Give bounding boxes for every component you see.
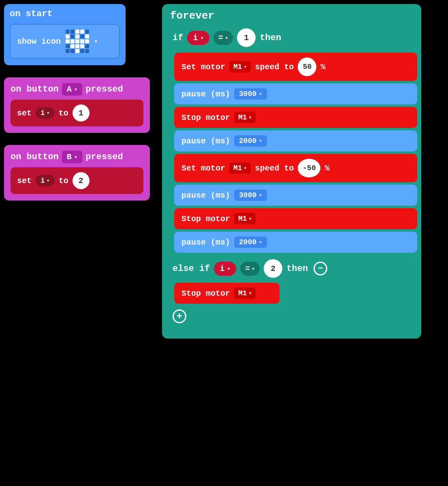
pause-3000-1-arrow: ▾: [259, 91, 262, 97]
set-a-label: set: [17, 109, 32, 118]
then-label: then: [260, 33, 281, 43]
stop-motor-1-block: Stop motor M1 ▾: [174, 107, 417, 128]
pause-2000-1-arrow: ▾: [259, 138, 262, 144]
var-i-b-arrow: ▾: [47, 177, 50, 184]
speed-50-circle: 50: [298, 58, 316, 76]
on-button-b-container: on button B ▾ pressed set i ▾ to 2: [4, 145, 150, 200]
var-i-a-pill[interactable]: i ▾: [36, 107, 55, 119]
motor-m1-2-pill[interactable]: M1 ▾: [229, 162, 251, 174]
stop-motor-2-label: Stop motor: [181, 214, 230, 224]
stop-motor-1-label: Stop motor: [181, 113, 230, 122]
on-start-label: on start: [10, 9, 120, 19]
speed-neg50-circle: -50: [298, 159, 320, 177]
pause-2-label: pause (ms): [181, 136, 230, 146]
else-then-label: then: [286, 264, 308, 274]
value-1-circle: 1: [73, 104, 90, 122]
var-i-b-pill[interactable]: i ▾: [36, 175, 55, 186]
pause-4-block: pause (ms) 2000 ▾: [174, 232, 417, 253]
set-motor-2-block: Set motor M1 ▾ speed to -50 %: [174, 154, 417, 182]
stop-m1-3: M1: [238, 289, 247, 297]
pause-2000-2-arrow: ▾: [259, 239, 262, 245]
stop-motor-2-block: Stop motor M1 ▾: [174, 208, 417, 229]
on-start-container: on start show icon: [4, 4, 126, 65]
equals-sign: =: [218, 33, 223, 43]
button-b-arrow: ▾: [74, 153, 77, 160]
else-if-var-pill[interactable]: i ▾: [214, 262, 236, 276]
show-icon-label: show icon: [17, 37, 61, 46]
pause-3-label: pause (ms): [181, 191, 230, 200]
motor-m1-1-arrow: ▾: [244, 64, 247, 70]
pause-2000-1-pill[interactable]: 2000 ▾: [234, 135, 267, 147]
set-motor-2-label: Set motor: [181, 164, 225, 173]
set-motor-1-block: Set motor M1 ▾ speed to 50 %: [174, 53, 417, 81]
pause-2000-2-pill[interactable]: 2000 ▾: [234, 237, 267, 248]
var-i-a: i: [41, 109, 45, 117]
else-if-label: else if: [173, 264, 210, 274]
set-b-label: set: [17, 176, 32, 185]
motor-m1-1-pill[interactable]: M1 ▾: [229, 61, 251, 72]
stop-m1-3-arrow: ▾: [249, 290, 252, 296]
percent-2: %: [324, 164, 329, 173]
if-var: i: [193, 33, 198, 43]
to-b-label: to: [59, 176, 68, 185]
forever-container: forever if i ▾ = ▾ 1: [162, 4, 421, 339]
else-if-var: i: [220, 264, 224, 273]
icon-dropdown-arrow[interactable]: ▾: [94, 37, 98, 45]
pause-3000-2-arrow: ▾: [259, 192, 262, 198]
button-b-pill[interactable]: B ▾: [62, 151, 82, 163]
button-a-value: A: [67, 85, 72, 94]
pause-4-label: pause (ms): [181, 238, 230, 247]
pause-1-block: pause (ms) 3000 ▾: [174, 83, 417, 104]
stop-m1-3-pill[interactable]: M1 ▾: [234, 288, 256, 299]
set-i-to-2-block: set i ▾ to 2: [11, 167, 143, 194]
value-2-circle: 2: [73, 172, 90, 189]
pause-3000-2-val: 3000: [239, 191, 256, 199]
pause-3000-2-pill[interactable]: 3000 ▾: [234, 190, 267, 201]
button-b-value: B: [67, 152, 72, 162]
var-i-a-arrow: ▾: [47, 110, 50, 116]
stop-m1-1: M1: [238, 113, 247, 122]
plus-button[interactable]: +: [173, 309, 186, 323]
speed-to-1-label: speed to: [255, 62, 294, 72]
pressed-a-label: pressed: [85, 84, 123, 94]
on-button-b-header: on button B ▾ pressed: [4, 145, 150, 167]
motor-m1-2: M1: [233, 164, 242, 172]
var-i-b: i: [41, 177, 45, 185]
if-value-circle: 1: [237, 28, 256, 47]
stop-m1-1-arrow: ▾: [249, 114, 252, 121]
if-inner-blocks: Set motor M1 ▾ speed to 50 % pause (ms): [166, 51, 417, 255]
else-if-var-arrow: ▾: [227, 265, 230, 272]
if-equals-pill[interactable]: = ▾: [213, 31, 233, 45]
percent-1: %: [320, 62, 325, 72]
else-equals-sign: =: [245, 264, 250, 273]
button-a-arrow: ▾: [74, 86, 77, 93]
pressed-b-label: pressed: [85, 152, 123, 162]
led-icon-grid: [66, 30, 89, 53]
else-if-header: else if i ▾ = ▾ 2 then −: [166, 255, 417, 282]
button-a-pill[interactable]: A ▾: [62, 83, 82, 96]
stop-m1-2: M1: [238, 215, 247, 223]
else-if-equals-pill[interactable]: = ▾: [240, 262, 260, 276]
motor-m1-1: M1: [233, 63, 242, 71]
stop-m1-2-pill[interactable]: M1 ▾: [234, 213, 256, 224]
pause-1-label: pause (ms): [181, 90, 230, 99]
pause-3000-1-val: 3000: [239, 90, 256, 98]
minus-button[interactable]: −: [314, 262, 327, 275]
pause-3-block: pause (ms) 3000 ▾: [174, 185, 417, 206]
if-var-arrow: ▾: [200, 34, 203, 41]
pause-3000-1-pill[interactable]: 3000 ▾: [234, 88, 267, 100]
motor-m1-2-arrow: ▾: [244, 165, 247, 171]
stop-m1-1-pill[interactable]: M1 ▾: [234, 112, 256, 123]
on-button-b-label: on button: [11, 152, 59, 162]
to-a-label: to: [59, 109, 68, 118]
if-header: if i ▾ = ▾ 1 then: [166, 24, 417, 51]
stop-motor-3-block: Stop motor M1 ▾: [174, 283, 279, 304]
pause-2000-2-val: 2000: [239, 238, 256, 246]
stop-m1-2-arrow: ▾: [249, 215, 252, 222]
pause-2-block: pause (ms) 2000 ▾: [174, 130, 417, 151]
on-button-a-label: on button: [11, 84, 59, 94]
if-label: if: [173, 33, 183, 43]
forever-label: forever: [162, 4, 421, 24]
else-if-inner-blocks: Stop motor M1 ▾: [166, 282, 417, 307]
if-var-pill[interactable]: i ▾: [187, 31, 209, 45]
